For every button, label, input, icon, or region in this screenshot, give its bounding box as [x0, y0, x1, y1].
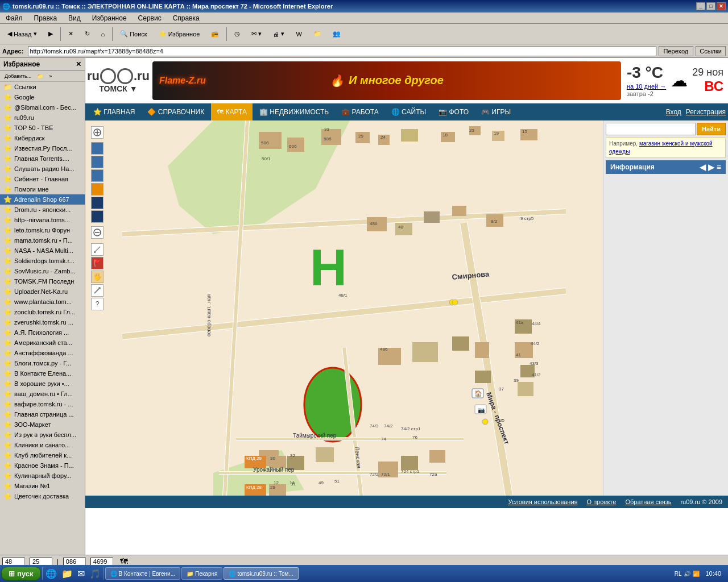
mail-button[interactable]: ✉ ▾ [246, 26, 267, 42]
folder-button[interactable]: 📁 [308, 26, 326, 42]
feedback-link[interactable]: Обратная связь [625, 498, 671, 505]
sidebar-item-ru09[interactable]: ⭐ ru09.ru [0, 113, 85, 123]
history-button[interactable]: ◷ [229, 26, 245, 42]
start-button[interactable]: ⊞ пуск [1, 567, 41, 580]
sidebar-item-sovmusic[interactable]: ⭐ SovMusic.ru - Zamb... [0, 266, 85, 276]
zoom-level-4[interactable] [91, 183, 104, 196]
sidebar-item-mama[interactable]: ⭐ mama.tomsk.ru • П... [0, 235, 85, 246]
pan-tool[interactable]: 🖐 [91, 271, 104, 283]
taskbar-vkontakte[interactable]: 🌐 В Контакте | Евгени... [105, 567, 180, 580]
sidebar-item-izruk[interactable]: ⭐ Из рук в руки беспл... [0, 430, 85, 440]
sidebar-item-clinics[interactable]: ⭐ Клиники и санато... [0, 440, 85, 450]
taskbar-pekarnya[interactable]: 📁 Пекарня [181, 567, 222, 580]
search-button[interactable]: Найти [697, 123, 726, 135]
nav-map[interactable]: 🗺 КАРТА [211, 103, 253, 120]
menu-help[interactable]: Справка [169, 13, 203, 23]
map-container[interactable]: Н [85, 120, 603, 496]
info-next-button[interactable]: ▶ [708, 163, 714, 172]
sidebar-item-sibnet[interactable]: ⭐ Сибинет - Главная [0, 174, 85, 184]
search-button[interactable]: 🔍 Поиск [115, 26, 152, 42]
forward-button[interactable]: ▶ [43, 26, 58, 42]
links-button[interactable]: Ссылки [696, 46, 726, 56]
zoom-level-3[interactable] [91, 169, 104, 182]
sidebar-item-domain[interactable]: ⭐ ваш_домен.ru • Гл... [0, 389, 85, 399]
menu-view[interactable]: Вид [65, 13, 84, 23]
banner-area[interactable]: Flame-Z.ru 🔥 И многое другое [152, 61, 621, 100]
sidebar-item-drom[interactable]: ⭐ Drom.ru - японски... [0, 205, 85, 215]
nav-games[interactable]: 🎮 ИГРЫ [475, 103, 516, 120]
sidebar-item-vafire[interactable]: ⭐ вафире.tomsk.ru - ... [0, 399, 85, 409]
about-link[interactable]: О проекте [587, 498, 617, 505]
zoom-in-button[interactable] [91, 126, 104, 139]
sidebar-item-uploader[interactable]: ⭐ Uploader.Net-Ka.ru [0, 286, 85, 297]
menu-favorites[interactable]: Избранное [89, 13, 130, 23]
sidebar-item-plantacia[interactable]: ⭐ www.plantacia.tom... [0, 297, 85, 307]
sidebar-item-american[interactable]: ⭐ Американский ста... [0, 338, 85, 348]
menu-edit[interactable]: Правка [31, 13, 61, 23]
maximize-button[interactable]: □ [706, 2, 715, 10]
search-input[interactable] [606, 123, 696, 135]
tool-wrench[interactable] [91, 284, 104, 297]
address-input[interactable] [28, 46, 656, 56]
go-button[interactable]: Переход [659, 46, 694, 56]
zoom-level-1[interactable] [91, 142, 104, 155]
refresh-button[interactable]: ↻ [80, 26, 95, 42]
nav-jobs[interactable]: 💼 РАБОТА [336, 103, 384, 120]
nav-home[interactable]: ⭐ ГЛАВНАЯ [88, 103, 140, 120]
media-button[interactable]: 📻 [206, 26, 224, 42]
login-link[interactable]: Вход [666, 108, 681, 116]
menu-file[interactable]: Файл [2, 13, 26, 23]
explorer-quick-launch[interactable]: 📁 [60, 568, 75, 579]
info-list-button[interactable]: ≡ [717, 163, 721, 172]
terms-link[interactable]: Условия использования [508, 498, 577, 505]
expand-button[interactable]: » [47, 72, 54, 80]
sidebar-item-sibmail[interactable]: ⭐ @Sibmail.com - Бес... [0, 102, 85, 113]
print-button[interactable]: 🖨 ▾ [268, 26, 289, 42]
sidebar-item-vkontakte[interactable]: ⭐ В Контакте Елена... [0, 368, 85, 379]
zoom-level-5[interactable] [91, 197, 104, 209]
city-label[interactable]: ТОМСК ▼ [99, 84, 137, 93]
sidebar-item-good-hands[interactable]: ⭐ В хорошие руки •... [0, 379, 85, 389]
sidebar-item-blogs[interactable]: ⭐ Блоги.томск.ру - Г... [0, 358, 85, 368]
stop-button[interactable]: ✕ [63, 26, 78, 42]
home-button[interactable]: ⌂ [96, 26, 110, 42]
sidebar-item-top50[interactable]: ⭐ TOP 50 - TBE [0, 123, 85, 133]
sidebar-item-tomskfm[interactable]: ⭐ TOMSK.FM Последн [0, 276, 85, 286]
close-button[interactable]: ✕ [717, 2, 726, 10]
sidebar-close-button[interactable]: ✕ [76, 60, 81, 68]
nav-sites[interactable]: 🌐 САЙТЫ [386, 103, 432, 120]
sidebar-item-club[interactable]: ⭐ Клуб любителей к... [0, 450, 85, 460]
register-link[interactable]: Регистрация [686, 108, 726, 116]
sidebar-item-izvestia[interactable]: ⭐ Известия.Ру Посл... [0, 143, 85, 153]
sidebar-item-psychology[interactable]: ⭐ А.Я. Психология ... [0, 327, 85, 338]
media-quick-launch[interactable]: 🎵 [88, 568, 102, 579]
add-favorite-button[interactable]: Добавить... [2, 72, 34, 80]
sidebar-item-kiberdisk[interactable]: ⭐ Кибердиск [0, 133, 85, 143]
taskbar-tomsk[interactable]: 🌐 tomsk.ru09.ru :: Том... [224, 567, 298, 580]
sidebar-item-anstaff[interactable]: ⭐ Анстаффкоманда ... [0, 348, 85, 358]
ie-quick-launch[interactable]: 🌐 [44, 568, 59, 579]
menu-tools[interactable]: Сервис [135, 13, 165, 23]
email-quick-launch[interactable]: ✉ [76, 568, 86, 579]
sidebar-item-shop1[interactable]: ⭐ Магазин №1 [0, 481, 85, 491]
sidebar-item-torrents[interactable]: ⭐ Главная Torrents.... [0, 153, 85, 164]
sidebar-item-nirvana[interactable]: ⭐ http--nirvana.toms... [0, 215, 85, 225]
nav-realty[interactable]: 🏢 НЕДВИЖИМОСТЬ [254, 103, 334, 120]
sidebar-item-pomogi[interactable]: ⭐ Помоги мне [0, 184, 85, 194]
sidebar-item-zverushki[interactable]: ⭐ zverushki.tomsk.ru ... [0, 317, 85, 327]
zoom-level-2[interactable] [91, 156, 104, 168]
sidebar-item-adrenalin[interactable]: ⭐ Adrenalin Shop 667 [0, 194, 85, 205]
minimize-button[interactable]: _ [696, 2, 705, 10]
sidebar-item-zoomarket[interactable]: ⭐ ЗОО-Маркет [0, 419, 85, 430]
sidebar-item-nasa[interactable]: ⭐ NASA - NASA Multi... [0, 246, 85, 256]
sidebar-item-radio[interactable]: ⭐ Слушать радио На... [0, 164, 85, 174]
info-prev-button[interactable]: ◀ [700, 163, 706, 172]
zoom-out-button[interactable] [91, 226, 104, 239]
nav-directory[interactable]: 🔶 СПРАВОЧНИК [142, 103, 210, 120]
sidebar-item-google[interactable]: ⭐ Google [0, 92, 85, 102]
help-button[interactable]: ? [91, 298, 104, 310]
nav-photo[interactable]: 📷 ФОТО [433, 103, 474, 120]
favorites-button[interactable]: ⭐ Избранное [154, 26, 205, 42]
sidebar-item-zooclub[interactable]: ⭐ zooclub.tomsk.ru Гл... [0, 307, 85, 317]
flag-tool[interactable]: 🚩 [91, 257, 104, 269]
